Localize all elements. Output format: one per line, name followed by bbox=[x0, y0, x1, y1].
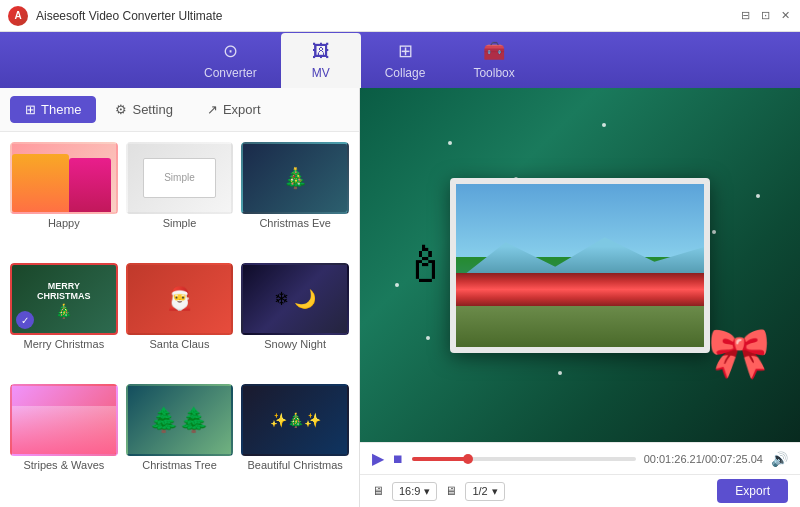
theme-stripes-waves-label: Stripes & Waves bbox=[23, 459, 104, 471]
display-icon: 🖥 bbox=[445, 484, 457, 498]
export-tab-label: Export bbox=[223, 102, 261, 117]
sub-tab-theme[interactable]: ⊞ Theme bbox=[10, 96, 96, 123]
progress-bar[interactable] bbox=[412, 457, 636, 461]
player-controls: ▶ ⏹ 00:01:26.21/00:07:25.04 🔊 bbox=[360, 442, 800, 474]
collage-icon: ⊞ bbox=[398, 40, 413, 62]
tab-converter-label: Converter bbox=[204, 66, 257, 80]
tab-mv-label: MV bbox=[312, 66, 330, 80]
right-panel: 🕯 🎀 ▶ ⏹ 00:01: bbox=[360, 88, 800, 507]
theme-christmas-tree-label: Christmas Tree bbox=[142, 459, 217, 471]
app-logo: A bbox=[8, 6, 28, 26]
theme-merry-christmas-label: Merry Christmas bbox=[23, 338, 104, 350]
maximize-button[interactable]: ⊡ bbox=[758, 9, 772, 23]
tab-collage-label: Collage bbox=[385, 66, 426, 80]
theme-snowy-night[interactable]: ❄ 🌙 ✓ Snowy Night bbox=[241, 263, 349, 376]
tab-mv[interactable]: 🖼 MV bbox=[281, 33, 361, 88]
theme-santa-claus-label: Santa Claus bbox=[150, 338, 210, 350]
close-button[interactable]: ✕ bbox=[778, 9, 792, 23]
stop-button[interactable]: ⏹ bbox=[392, 452, 404, 466]
play-button[interactable]: ▶ bbox=[372, 449, 384, 468]
theme-merry-christmas[interactable]: MERRYCHRISTMAS 🎄 ✓ Merry Christmas bbox=[10, 263, 118, 376]
selected-check-icon: ✓ bbox=[16, 311, 34, 329]
sub-tab-setting[interactable]: ⚙ Setting bbox=[100, 96, 187, 123]
theme-tab-icon: ⊞ bbox=[25, 102, 36, 117]
theme-tab-label: Theme bbox=[41, 102, 81, 117]
monitor-icon: 🖥 bbox=[372, 484, 384, 498]
tab-collage[interactable]: ⊞ Collage bbox=[361, 32, 450, 88]
sub-tab-export[interactable]: ↗ Export bbox=[192, 96, 276, 123]
progress-dot bbox=[463, 454, 473, 464]
progress-fill bbox=[412, 457, 468, 461]
quality-select[interactable]: 1/2 ▾ bbox=[465, 482, 504, 501]
theme-happy[interactable]: ✓ Happy bbox=[10, 142, 118, 255]
theme-simple[interactable]: Simple ✓ Simple bbox=[126, 142, 234, 255]
theme-stripes-waves[interactable]: ✓ Stripes & Waves bbox=[10, 384, 118, 497]
candle-decoration: 🕯 bbox=[400, 236, 450, 294]
window-controls: ⊟ ⊡ ✕ bbox=[738, 9, 792, 23]
mv-icon: 🖼 bbox=[312, 41, 330, 62]
aspect-chevron-icon: ▾ bbox=[424, 485, 430, 498]
theme-christmas-eve[interactable]: 🎄 ✓ Christmas Eve bbox=[241, 142, 349, 255]
export-button[interactable]: Export bbox=[717, 479, 788, 503]
aspect-ratio-select[interactable]: 16:9 ▾ bbox=[392, 482, 437, 501]
titlebar: A Aiseesoft Video Converter Ultimate ⊟ ⊡… bbox=[0, 0, 800, 32]
app-title: Aiseesoft Video Converter Ultimate bbox=[36, 9, 738, 23]
left-panel: ⊞ Theme ⚙ Setting ↗ Export bbox=[0, 88, 360, 507]
theme-simple-label: Simple bbox=[163, 217, 197, 229]
theme-christmas-tree[interactable]: 🌲🌲 ✓ Christmas Tree bbox=[126, 384, 234, 497]
theme-happy-label: Happy bbox=[48, 217, 80, 229]
theme-grid: ✓ Happy Simple ✓ Simple 🎄 ✓ bbox=[0, 132, 359, 507]
aspect-row: 🖥 16:9 ▾ 🖥 1/2 ▾ Export bbox=[360, 474, 800, 507]
ribbon-decoration: 🎀 bbox=[708, 324, 770, 382]
sub-tabs: ⊞ Theme ⚙ Setting ↗ Export bbox=[0, 88, 359, 132]
theme-snowy-night-label: Snowy Night bbox=[264, 338, 326, 350]
theme-christmas-eve-label: Christmas Eve bbox=[259, 217, 331, 229]
top-navigation: ⊙ Converter 🖼 MV ⊞ Collage 🧰 Toolbox bbox=[0, 32, 800, 88]
minimize-button[interactable]: ⊟ bbox=[738, 9, 752, 23]
setting-tab-icon: ⚙ bbox=[115, 102, 127, 117]
theme-beautiful-christmas[interactable]: ✨🎄✨ ✓ Beautiful Christmas bbox=[241, 384, 349, 497]
main-content: ⊞ Theme ⚙ Setting ↗ Export bbox=[0, 88, 800, 507]
theme-santa-claus[interactable]: 🎅 ✓ Santa Claus bbox=[126, 263, 234, 376]
time-display: 00:01:26.21/00:07:25.04 bbox=[644, 453, 763, 465]
export-tab-icon: ↗ bbox=[207, 102, 218, 117]
tab-converter[interactable]: ⊙ Converter bbox=[180, 32, 281, 88]
converter-icon: ⊙ bbox=[223, 40, 238, 62]
tab-toolbox[interactable]: 🧰 Toolbox bbox=[449, 32, 538, 88]
preview-frame bbox=[450, 178, 710, 353]
setting-tab-label: Setting bbox=[132, 102, 172, 117]
preview-area: 🕯 🎀 bbox=[360, 88, 800, 442]
quality-chevron-icon: ▾ bbox=[492, 485, 498, 498]
toolbox-icon: 🧰 bbox=[483, 40, 505, 62]
tab-toolbox-label: Toolbox bbox=[473, 66, 514, 80]
theme-beautiful-christmas-label: Beautiful Christmas bbox=[247, 459, 342, 471]
volume-icon[interactable]: 🔊 bbox=[771, 451, 788, 467]
